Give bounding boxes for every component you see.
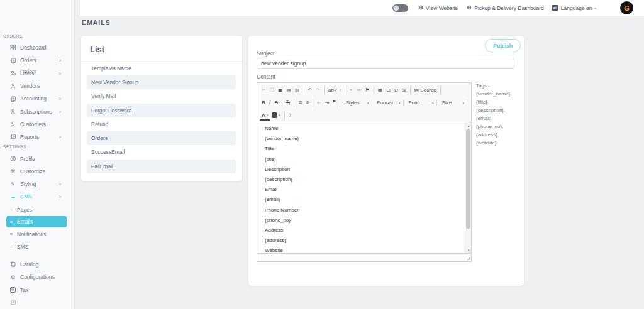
subject-label: Subject: [257, 50, 274, 57]
cut-icon: ✂: [260, 85, 268, 95]
special-character-icon[interactable]: Ω: [392, 85, 400, 95]
undo-icon[interactable]: ↶: [306, 85, 314, 95]
editor-content-area[interactable]: Name{vendor_name}Title{title}Description…: [257, 122, 465, 253]
sub-bullet-icon: =: [10, 219, 16, 225]
tag-item: {title},: [476, 98, 521, 106]
sidebar-item-partial[interactable]: [0, 296, 74, 309]
sidebar-item-catalog[interactable]: Catalog: [0, 258, 74, 271]
toolbar-separator: [313, 99, 313, 107]
brand-logo[interactable]: G: [620, 1, 633, 14]
spellcheck-icon[interactable]: ab✓▾: [326, 85, 343, 95]
tag-item: {address},: [476, 131, 521, 139]
blockquote-icon[interactable]: ❞: [331, 97, 338, 108]
about-icon[interactable]: ?: [287, 110, 293, 121]
subject-input[interactable]: [257, 58, 514, 69]
strikethrough-icon[interactable]: S: [272, 97, 279, 108]
sidebar-item-customers[interactable]: Customers: [0, 118, 74, 131]
reports-icon: [9, 134, 17, 140]
styling-icon: ✎: [9, 182, 17, 187]
editor-line: {phone_no}: [265, 218, 465, 223]
globe-icon: [467, 5, 472, 11]
catalog-icon: [9, 261, 17, 268]
template-row-refund[interactable]: Refund: [87, 117, 236, 131]
italic-icon[interactable]: I: [267, 97, 273, 108]
scrollbar-thumb[interactable]: [466, 129, 470, 229]
paste-icon[interactable]: ▣: [276, 85, 285, 95]
sidebar-item-dashboard[interactable]: Dashboard: [0, 41, 74, 54]
sidebar-item-tax[interactable]: %Tax: [0, 284, 74, 296]
tags-list: {vendor_name},{title},{description},{ema…: [476, 90, 521, 147]
size-dropdown[interactable]: Size▾: [440, 100, 467, 106]
editor-status-bar: ◢: [257, 253, 471, 261]
sidebar-item-emails[interactable]: =Emails: [6, 216, 67, 228]
sidebar-item-vendors[interactable]: Vendors: [0, 80, 74, 92]
chevron-right-icon: ›: [59, 95, 61, 102]
anchor-icon[interactable]: ⚑: [364, 85, 372, 95]
editor-line: {description}: [265, 177, 465, 182]
sidebar-item-profile[interactable]: Profile: [0, 152, 74, 165]
editor-line: {email}: [265, 197, 465, 202]
sidebar-item-reports[interactable]: Reports›: [0, 131, 74, 143]
globe-icon: [418, 5, 423, 11]
template-row-forgot-password[interactable]: Forgot Password: [87, 104, 236, 117]
toolbar-row: ✂❐▣▤▥↶↷ab✓▾⚭⚮⚑▦⊟Ω⇲▤ Source: [260, 84, 469, 96]
editor-scrollbar[interactable]: ▴ ▾: [465, 122, 471, 253]
sidebar-item-users[interactable]: UsersOrders›: [0, 67, 74, 80]
chevron-down-icon: ▾: [462, 101, 464, 105]
styles-dropdown[interactable]: Styles▾: [343, 100, 372, 106]
scroll-down-icon[interactable]: ▾: [465, 247, 471, 253]
subscriptions-icon: [9, 109, 17, 115]
background-color-icon[interactable]: ▾: [270, 110, 282, 121]
tag-item: {description},: [476, 106, 521, 114]
editor-line: {address}: [265, 238, 465, 243]
indent-icon[interactable]: ⇥: [323, 97, 331, 108]
dashboard-icon: [9, 45, 17, 51]
resize-grip-icon[interactable]: ◢: [467, 255, 470, 261]
horizontal-rule-icon[interactable]: ⊟: [384, 85, 392, 95]
table-icon[interactable]: ▦: [376, 85, 385, 95]
editor-line: Address: [265, 228, 465, 233]
link-icon: ⚭: [347, 85, 355, 95]
theme-toggle[interactable]: [392, 4, 408, 12]
sidebar-item-label: Tax: [20, 287, 28, 293]
template-row-orders[interactable]: Orders: [87, 131, 236, 145]
source-icon[interactable]: ▤ Source: [413, 85, 438, 95]
text-color-icon[interactable]: A▾: [260, 111, 270, 121]
paste-plain-text-icon[interactable]: ▤: [284, 85, 293, 95]
sidebar-item-accounting[interactable]: Accounting›: [0, 92, 74, 105]
bold-icon[interactable]: B: [260, 97, 267, 108]
sidebar-item-label: Catalog: [20, 261, 38, 268]
sidebar-item-customize[interactable]: ⚒Customize: [0, 165, 74, 178]
sidebar-item-label: Orders: [20, 57, 36, 63]
publish-button[interactable]: Publish: [485, 39, 521, 52]
maximize-icon[interactable]: ⇲: [400, 85, 408, 95]
chevron-right-icon: ›: [59, 181, 61, 187]
sidebar-item-subscriptions[interactable]: Subscriptions›: [0, 105, 74, 117]
topbar-link-view-website[interactable]: View Website: [418, 5, 458, 11]
numbered-list-icon[interactable]: ≣: [296, 97, 304, 108]
sidebar-item-label: Subscriptions: [20, 109, 52, 115]
topbar-link-pickup-delivery-dashboard[interactable]: Pickup & Delivery Dashboard: [467, 5, 544, 11]
sidebar-item-label: Reports: [20, 134, 39, 140]
template-row-successemail[interactable]: SuccessEmail: [87, 145, 236, 159]
tax-icon: %: [9, 287, 17, 293]
scroll-up-icon[interactable]: ▴: [465, 122, 471, 129]
sidebar-item-cms[interactable]: ☁CMS›: [0, 190, 74, 203]
toolbar-row: A▾▾?: [260, 109, 469, 121]
template-row-failemail[interactable]: FailEmail: [87, 160, 236, 173]
remove-format-icon[interactable]: Tₓ: [284, 97, 292, 108]
sidebar-item-sms[interactable]: =SMS: [0, 241, 74, 253]
sidebar-item-pages[interactable]: =Pages: [0, 203, 74, 216]
paste-from-word-icon[interactable]: ▥: [293, 85, 302, 95]
language-dropdown[interactable]: ab Language en ▾: [552, 5, 596, 11]
sidebar-item-orders[interactable]: Orders›: [0, 54, 74, 67]
bulleted-list-icon[interactable]: ≡: [304, 97, 311, 108]
sidebar-item-notifications[interactable]: =Notifications: [0, 227, 74, 240]
font-dropdown[interactable]: Font▾: [406, 100, 437, 106]
format-dropdown[interactable]: Format▾: [375, 100, 404, 106]
templates-list-card: List Templates Name New Vendor SignupVer…: [80, 36, 242, 181]
template-row-new-vendor-signup[interactable]: New Vendor Signup: [87, 75, 236, 89]
template-row-verify-mail[interactable]: Verify Mail: [87, 89, 236, 103]
sidebar-item-configurations[interactable]: ⚙Configurations: [0, 271, 74, 283]
sidebar-item-styling[interactable]: ✎Styling›: [0, 178, 74, 190]
